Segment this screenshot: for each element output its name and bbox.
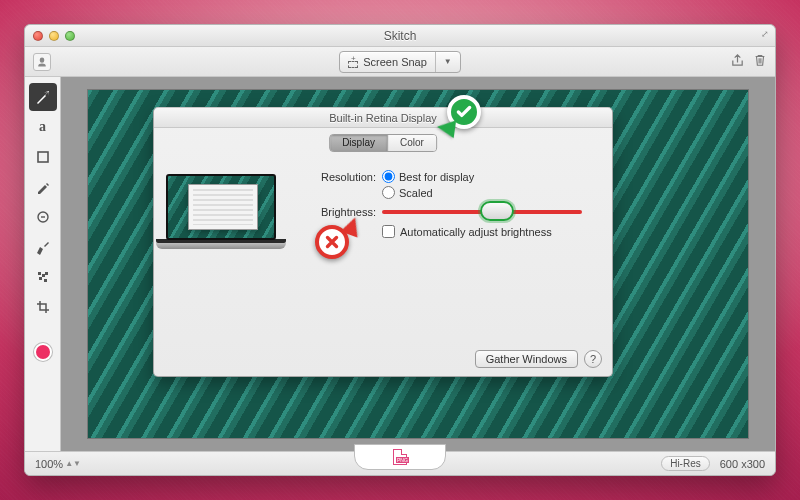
tab-color[interactable]: Color <box>387 135 436 151</box>
resolution-best-input[interactable] <box>382 170 395 183</box>
gather-windows-button[interactable]: Gather Windows <box>475 350 578 368</box>
resolution-scaled-input[interactable] <box>382 186 395 199</box>
screen-snap-icon: + <box>348 56 358 68</box>
svg-rect-0 <box>38 152 48 162</box>
shape-tool[interactable] <box>29 143 57 171</box>
arrow-tool[interactable] <box>29 83 57 111</box>
text-tool[interactable]: a <box>29 113 57 141</box>
dimensions-readout: 600 x300 <box>720 458 765 470</box>
svg-rect-3 <box>42 274 45 277</box>
stamp-tool[interactable] <box>29 233 57 261</box>
drag-handle[interactable]: PNG <box>354 444 446 470</box>
segment-tabs: Display Color <box>329 134 437 152</box>
svg-rect-6 <box>44 279 47 282</box>
hires-toggle[interactable]: Hi-Res <box>661 456 710 471</box>
brightness-label: Brightness: <box>304 205 382 218</box>
resolution-best-radio[interactable]: Best for display <box>382 170 474 183</box>
panel-title: Built-in Retina Display <box>154 108 612 128</box>
tab-display[interactable]: Display <box>330 135 387 151</box>
display-thumbnail <box>166 174 276 254</box>
zoom-selector[interactable]: 100% ▲▼ <box>35 458 81 470</box>
screen-snap-dropdown[interactable]: ▼ <box>436 52 460 72</box>
help-button[interactable]: ? <box>584 350 602 368</box>
pen-tool[interactable] <box>29 173 57 201</box>
resolution-best-label: Best for display <box>399 171 474 183</box>
close-window-button[interactable] <box>33 31 43 41</box>
svg-rect-5 <box>39 277 42 280</box>
svg-rect-4 <box>45 272 48 275</box>
trash-button[interactable] <box>753 53 767 70</box>
crop-tool[interactable] <box>29 293 57 321</box>
main-toolbar: + Screen Snap ▼ <box>25 47 775 77</box>
highlighter-tool[interactable] <box>29 203 57 231</box>
brightness-knob[interactable] <box>480 201 514 221</box>
auto-adjust-brightness-checkbox[interactable]: Automatically adjust brightness <box>382 225 598 238</box>
content-area: a Built-in Retina Display Display Color <box>25 77 775 451</box>
auto-adjust-brightness-label: Automatically adjust brightness <box>400 226 552 238</box>
resolution-label: Resolution: <box>304 170 382 183</box>
display-settings-panel: Built-in Retina Display Display Color Re… <box>153 107 613 377</box>
chevron-down-icon: ▼ <box>444 57 452 66</box>
minimize-window-button[interactable] <box>49 31 59 41</box>
chevron-updown-icon: ▲▼ <box>65 459 81 468</box>
evernote-account-button[interactable] <box>33 53 51 71</box>
color-swatch[interactable] <box>36 345 50 359</box>
cross-stamp-annotation[interactable] <box>315 225 355 265</box>
zoom-window-button[interactable] <box>65 31 75 41</box>
canvas[interactable]: Built-in Retina Display Display Color Re… <box>61 77 775 451</box>
file-format-icon: PNG <box>393 449 407 465</box>
brightness-slider[interactable] <box>382 205 582 219</box>
svg-rect-2 <box>38 272 41 275</box>
screen-snap-button[interactable]: + Screen Snap ▼ <box>339 51 461 73</box>
screen-snap-label: Screen Snap <box>363 56 427 68</box>
app-window: Skitch ⤢ + Screen Snap ▼ <box>24 24 776 476</box>
check-icon <box>455 103 473 121</box>
share-button[interactable] <box>730 53 745 71</box>
status-bar: 100% ▲▼ PNG Hi-Res 600 x300 <box>25 451 775 475</box>
resolution-scaled-radio[interactable]: Scaled <box>382 186 474 199</box>
checkmark-stamp-annotation[interactable] <box>447 95 487 135</box>
tool-sidebar: a <box>25 77 61 451</box>
window-title: Skitch <box>25 25 775 47</box>
auto-adjust-brightness-input[interactable] <box>382 225 395 238</box>
zoom-value: 100% <box>35 458 63 470</box>
fullscreen-icon[interactable]: ⤢ <box>761 29 769 39</box>
pixelate-tool[interactable] <box>29 263 57 291</box>
titlebar: Skitch ⤢ <box>25 25 775 47</box>
resolution-scaled-label: Scaled <box>399 187 433 199</box>
cross-icon <box>323 233 341 251</box>
